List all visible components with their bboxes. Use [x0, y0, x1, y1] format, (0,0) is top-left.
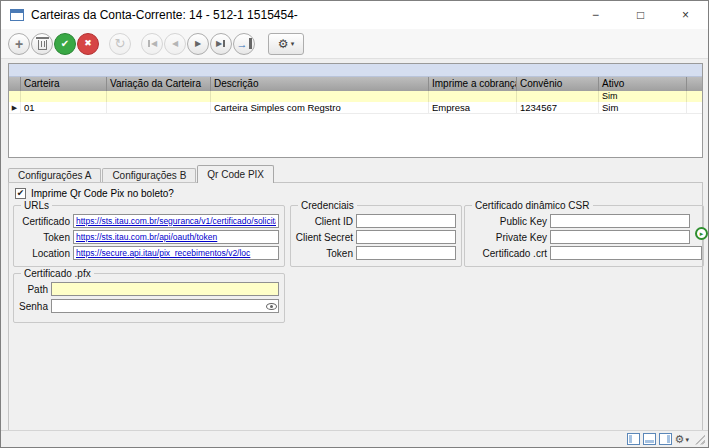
layout-window-icon[interactable]: [659, 433, 672, 445]
senha-label: Senha: [18, 301, 48, 312]
exit-button[interactable]: →: [233, 33, 255, 55]
path-label: Path: [18, 284, 48, 295]
first-record-button[interactable]: ◀: [141, 33, 163, 55]
token-url-label: Token: [18, 232, 70, 243]
private-key-input[interactable]: [550, 230, 690, 244]
maximize-icon: □: [637, 8, 644, 22]
location-url-input[interactable]: [73, 246, 279, 260]
filter-cell-carteira[interactable]: [21, 91, 107, 102]
minimize-button[interactable]: −: [573, 1, 618, 29]
statusbar-options-button[interactable]: ⚙ ▾: [675, 434, 689, 445]
first-bar-icon: [148, 40, 150, 47]
pfx-group: Certificado .pfx Path Senha: [13, 273, 285, 323]
private-key-label: Private Key: [469, 232, 547, 243]
location-url-label: Location: [18, 248, 70, 259]
statusbar-chevron-down-icon: ▾: [685, 436, 689, 443]
token-url-input[interactable]: [73, 230, 279, 244]
eye-reveal-icon[interactable]: [266, 303, 277, 310]
carteiras-window: Carteiras da Conta-Corrente: 14 - 512-1 …: [0, 0, 709, 448]
client-id-input[interactable]: [356, 214, 456, 228]
cell-carteira: 01: [21, 102, 107, 113]
filter-cell-descricao[interactable]: [211, 91, 429, 102]
table-row[interactable]: ▶ 01 Carteira Simples com Regstro Empres…: [9, 102, 702, 114]
status-bar: ⚙ ▾: [1, 430, 708, 447]
filter-cell-imprime[interactable]: [429, 91, 517, 102]
carteiras-grid: Carteira Variação da Carteira Descrição …: [8, 63, 703, 158]
grid-filter-row: Sim: [9, 91, 702, 102]
filter-cell-ativo[interactable]: Sim: [599, 91, 687, 102]
checkbox-check-icon: ✔: [17, 189, 25, 198]
column-header-variacao[interactable]: Variação da Carteira: [107, 77, 211, 91]
delete-button[interactable]: [31, 33, 53, 55]
pfx-group-title: Certificado .pfx: [21, 268, 94, 279]
senha-input[interactable]: [51, 299, 279, 313]
app-icon: [10, 9, 24, 21]
credenciais-token-input[interactable]: [356, 246, 456, 260]
public-key-input[interactable]: [550, 214, 690, 228]
refresh-icon: ↻: [115, 36, 126, 51]
urls-group-title: URLs: [21, 200, 52, 211]
imprime-qr-checkbox-label: Imprime Qr Code Pix no boleto?: [31, 188, 174, 199]
certificado-crt-input[interactable]: [550, 246, 702, 260]
urls-group: URLs Certificado Token Location: [13, 205, 285, 267]
filter-cell-variacao[interactable]: [107, 91, 211, 102]
generate-key-button[interactable]: ▸: [695, 227, 708, 240]
csr-group-title: Certificado dinâmico CSR: [472, 200, 593, 211]
exit-arrow-icon: →: [237, 38, 248, 50]
add-button[interactable]: +: [8, 33, 30, 55]
grid-indicator-header: [9, 77, 21, 91]
layout-split-icon[interactable]: [643, 433, 656, 445]
cell-variacao: [107, 102, 211, 113]
toolbar: + ✔ ✖ ↻ ◀ ◀ ▶ ▶ → ⚙ ▾: [1, 29, 708, 59]
filter-cell-convenio[interactable]: [517, 91, 599, 102]
grid-top-band: [9, 64, 702, 77]
plus-icon: +: [15, 37, 23, 51]
certificado-url-label: Certificado: [18, 216, 70, 227]
trash-icon: [38, 40, 47, 50]
certificado-url-input[interactable]: [73, 214, 279, 228]
column-header-imprime[interactable]: Imprime a cobrança: [429, 77, 517, 91]
grid-header-row: Carteira Variação da Carteira Descrição …: [9, 77, 702, 91]
imprime-qr-checkbox[interactable]: ✔: [15, 188, 26, 199]
last-bar-icon: [223, 40, 225, 47]
confirm-button[interactable]: ✔: [54, 33, 76, 55]
imprime-qr-checkbox-row: ✔ Imprime Qr Code Pix no boleto?: [15, 188, 174, 199]
resize-grip[interactable]: [694, 434, 705, 445]
row-indicator-icon: ▶: [9, 102, 21, 113]
cancel-icon: ✖: [84, 39, 92, 48]
prior-record-button[interactable]: ◀: [164, 33, 186, 55]
last-record-button[interactable]: ▶: [210, 33, 232, 55]
column-header-descricao[interactable]: Descrição: [211, 77, 429, 91]
options-dropdown-button[interactable]: ⚙ ▾: [268, 33, 304, 55]
client-secret-label: Client Secret: [295, 232, 353, 243]
column-header-ativo[interactable]: Ativo: [599, 77, 687, 91]
last-arrow-icon: ▶: [216, 39, 222, 48]
path-input[interactable]: [51, 282, 279, 296]
generate-key-icon: ▸: [700, 230, 704, 237]
first-arrow-icon: ◀: [151, 39, 157, 48]
tab-qr-code-pix[interactable]: Qr Code PIX: [197, 165, 274, 183]
cancel-button[interactable]: ✖: [77, 33, 99, 55]
next-record-button[interactable]: ▶: [187, 33, 209, 55]
cell-descricao: Carteira Simples com Regstro: [211, 102, 429, 113]
refresh-button[interactable]: ↻: [109, 33, 131, 55]
close-icon: ×: [682, 8, 689, 22]
cell-filler: [687, 102, 702, 113]
cell-convenio: 1234567: [517, 102, 599, 113]
tab-strip: Configurações A Configurações B Qr Code …: [8, 165, 275, 183]
check-icon: ✔: [61, 39, 69, 49]
gear-icon: ⚙: [278, 38, 289, 50]
client-secret-input[interactable]: [356, 230, 456, 244]
minimize-icon: −: [592, 8, 599, 22]
tab-configuracoes-b[interactable]: Configurações B: [102, 168, 196, 183]
layout-panels-icon[interactable]: [627, 433, 640, 445]
chevron-down-icon: ▾: [291, 40, 295, 47]
client-id-label: Client ID: [295, 216, 353, 227]
tab-configuracoes-a[interactable]: Configurações A: [8, 168, 101, 183]
close-button[interactable]: ×: [663, 1, 708, 29]
column-header-convenio[interactable]: Convênio: [517, 77, 599, 91]
column-header-carteira[interactable]: Carteira: [21, 77, 107, 91]
column-header-filler: [687, 77, 702, 91]
maximize-button[interactable]: □: [618, 1, 663, 29]
cell-imprime: Empresa: [429, 102, 517, 113]
